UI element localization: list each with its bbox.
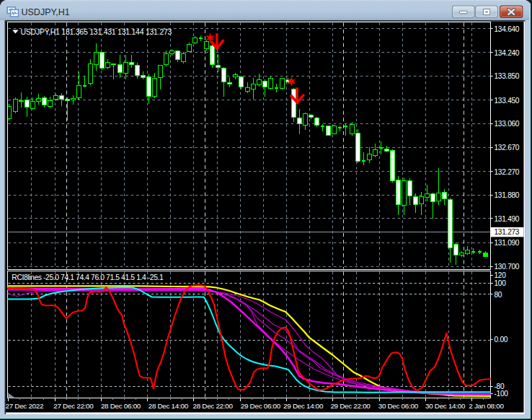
svg-text:28 Dec 06:00: 28 Dec 06:00: [101, 402, 141, 410]
svg-text:0.00: 0.00: [495, 336, 508, 344]
svg-text:131.490: 131.490: [495, 215, 520, 223]
svg-text:132.270: 132.270: [495, 168, 520, 176]
svg-text:30 Dec 06:00: 30 Dec 06:00: [378, 402, 419, 410]
svg-text:29 Dec 06:00: 29 Dec 06:00: [241, 402, 281, 410]
svg-text:134.240: 134.240: [495, 49, 520, 57]
svg-text:RCI8lines -25.0 74.1 74.4 76.0: RCI8lines -25.0 74.1 74.4 76.0 71.5 41.5…: [12, 274, 164, 281]
svg-text:80: 80: [495, 291, 502, 299]
svg-text:132.670: 132.670: [495, 144, 520, 152]
svg-text:USDJPY,H1 131.365 131.431 131.: USDJPY,H1 131.365 131.431 131.144 131.27…: [21, 27, 172, 36]
svg-text:131.273: 131.273: [495, 228, 520, 236]
svg-text:133.850: 133.850: [495, 72, 520, 80]
svg-text:27 Dec 2022: 27 Dec 2022: [6, 402, 44, 410]
svg-text:134.640: 134.640: [495, 25, 520, 33]
svg-text:120: 120: [495, 271, 507, 279]
svg-text:30 Dec 14:00: 30 Dec 14:00: [425, 402, 466, 410]
svg-text:28 Dec 14:00: 28 Dec 14:00: [148, 402, 189, 410]
svg-text:131.090: 131.090: [495, 239, 520, 247]
svg-text:133.060: 133.060: [495, 120, 520, 128]
svg-text:USDJPY,H1: USDJPY,H1: [22, 7, 70, 17]
svg-text:29 Dec 14:00: 29 Dec 14:00: [283, 402, 324, 410]
svg-text:133.450: 133.450: [495, 97, 520, 105]
svg-text:29 Dec 22:00: 29 Dec 22:00: [330, 402, 371, 410]
svg-text:2 Jan 08:00: 2 Jan 08:00: [469, 402, 504, 410]
svg-text:27 Dec 22:00: 27 Dec 22:00: [53, 402, 94, 410]
svg-text:-100: -100: [495, 390, 509, 398]
svg-text:130.700: 130.700: [495, 263, 520, 271]
svg-text:131.880: 131.880: [495, 191, 520, 199]
svg-text:100: 100: [495, 279, 507, 287]
svg-text:28 Dec 22:00: 28 Dec 22:00: [193, 402, 234, 410]
